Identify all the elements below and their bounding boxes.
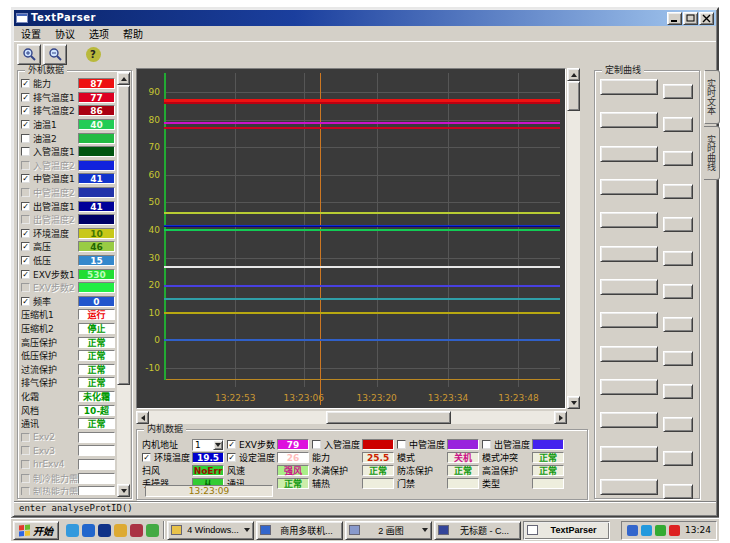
checkbox[interactable]: ✓ [21, 297, 30, 306]
curve-name-button[interactable] [600, 412, 658, 428]
curve-value-button[interactable] [663, 317, 693, 332]
messenger-icon[interactable] [98, 524, 111, 537]
checkbox[interactable]: ✓ [21, 256, 30, 265]
curve-value-button[interactable] [663, 84, 693, 99]
zoom-out-button[interactable] [43, 44, 67, 65]
checkbox[interactable] [21, 161, 30, 170]
curve-name-button[interactable] [600, 479, 658, 495]
scroll-down-button[interactable] [117, 484, 130, 497]
indoor-address-dropdown[interactable]: 1 [192, 439, 224, 451]
curve-name-button[interactable] [600, 212, 658, 228]
checkbox[interactable] [21, 446, 30, 455]
tab-实时文本[interactable]: 实时文本 [704, 70, 720, 124]
curve-value-button[interactable] [663, 451, 693, 466]
checkbox[interactable] [21, 188, 30, 197]
download-icon[interactable] [669, 525, 680, 536]
checkbox[interactable] [21, 147, 30, 156]
curve-name-button[interactable] [600, 246, 658, 262]
checkbox[interactable]: ✓ [21, 270, 30, 279]
checkbox[interactable] [21, 215, 30, 224]
antivirus-icon[interactable] [655, 525, 666, 536]
menu-item-选项[interactable]: 选项 [89, 26, 109, 41]
checkbox[interactable]: ✓ [21, 242, 30, 251]
curve-name-button[interactable] [600, 179, 658, 195]
network-icon[interactable] [627, 525, 638, 536]
security-icon[interactable] [130, 524, 143, 537]
taskbar-button[interactable]: TextParser [523, 521, 610, 540]
sidebar-scrollbar[interactable] [117, 72, 130, 497]
curve-value-button[interactable] [663, 284, 693, 299]
checkbox[interactable] [21, 474, 30, 483]
checkbox[interactable] [21, 283, 30, 292]
curve-name-button[interactable] [600, 279, 658, 295]
help-button[interactable]: ? [81, 44, 105, 65]
taskbar-button[interactable]: 4 Windows... [167, 521, 254, 540]
curve-value-button[interactable] [663, 151, 693, 166]
tool-icon[interactable] [146, 524, 159, 537]
custom-curve-row [600, 246, 696, 263]
folder-icon[interactable] [114, 524, 127, 537]
curve-name-button[interactable] [600, 446, 658, 462]
checkbox[interactable] [482, 440, 491, 449]
scroll-thumb[interactable] [567, 81, 580, 111]
scroll-thumb[interactable] [326, 411, 451, 424]
scroll-up-button[interactable] [567, 68, 580, 81]
scroll-up-button[interactable] [117, 72, 130, 85]
curve-name-button[interactable] [600, 79, 658, 95]
curve-name-button[interactable] [600, 312, 658, 328]
checkbox[interactable]: ✓ [21, 79, 30, 88]
curve-value-button[interactable] [663, 184, 693, 199]
checkbox[interactable] [21, 134, 30, 143]
chart-horizontal-scrollbar[interactable] [136, 411, 567, 424]
curve-value-button[interactable] [663, 417, 693, 432]
browser-icon[interactable] [66, 524, 79, 537]
volume-icon[interactable] [641, 525, 652, 536]
menu-item-协议[interactable]: 协议 [55, 26, 75, 41]
checkbox[interactable]: ✓ [142, 453, 151, 462]
checkbox[interactable] [397, 440, 406, 449]
curve-value-button[interactable] [663, 351, 693, 366]
indoor-row-value: 25.5 [362, 451, 394, 464]
sidebar-item-label: Exv3 [33, 446, 78, 456]
curve-value-button[interactable] [663, 251, 693, 266]
checkbox[interactable] [21, 487, 30, 495]
curve-value-button[interactable] [663, 484, 693, 499]
dropdown-arrow-icon[interactable] [213, 440, 223, 450]
minimize-button[interactable] [667, 12, 682, 25]
tab-实时曲线[interactable]: 实时曲线 [704, 126, 720, 180]
curve-name-button[interactable] [600, 146, 658, 162]
curve-value-button[interactable] [663, 384, 693, 399]
taskbar-button[interactable]: 无标题 - C... [434, 521, 521, 540]
curve-name-button[interactable] [600, 346, 658, 362]
mail-icon[interactable] [82, 524, 95, 537]
start-button[interactable]: 开始 [13, 521, 59, 540]
scroll-thumb[interactable] [117, 85, 130, 385]
curve-name-button[interactable] [600, 112, 658, 128]
scroll-right-button[interactable] [554, 411, 567, 424]
checkbox[interactable]: ✓ [21, 174, 30, 183]
checkbox[interactable]: ✓ [21, 229, 30, 238]
scroll-left-button[interactable] [136, 411, 149, 424]
checkbox[interactable] [21, 433, 30, 442]
curve-value-button[interactable] [663, 217, 693, 232]
checkbox[interactable]: ✓ [21, 106, 30, 115]
checkbox[interactable]: ✓ [227, 453, 236, 462]
checkbox[interactable] [312, 440, 321, 449]
scroll-down-button[interactable] [567, 396, 580, 409]
maximize-button[interactable] [683, 12, 698, 25]
taskbar-button[interactable]: 2 画图 [345, 521, 432, 540]
menu-item-设置[interactable]: 设置 [21, 26, 41, 41]
zoom-in-button[interactable] [17, 44, 41, 65]
indoor-row-label: 水满保护 [312, 464, 360, 477]
curve-value-button[interactable] [663, 117, 693, 132]
checkbox[interactable]: ✓ [21, 202, 30, 211]
curve-name-button[interactable] [600, 379, 658, 395]
checkbox[interactable]: ✓ [21, 120, 30, 129]
checkbox[interactable]: ✓ [227, 440, 236, 449]
close-button[interactable] [699, 12, 714, 25]
menu-item-帮助[interactable]: 帮助 [123, 26, 143, 41]
checkbox[interactable]: ✓ [21, 93, 30, 102]
checkbox[interactable] [21, 460, 30, 469]
chart-vertical-scrollbar[interactable] [567, 68, 580, 409]
taskbar-button[interactable]: 商用多联机... [256, 521, 343, 540]
